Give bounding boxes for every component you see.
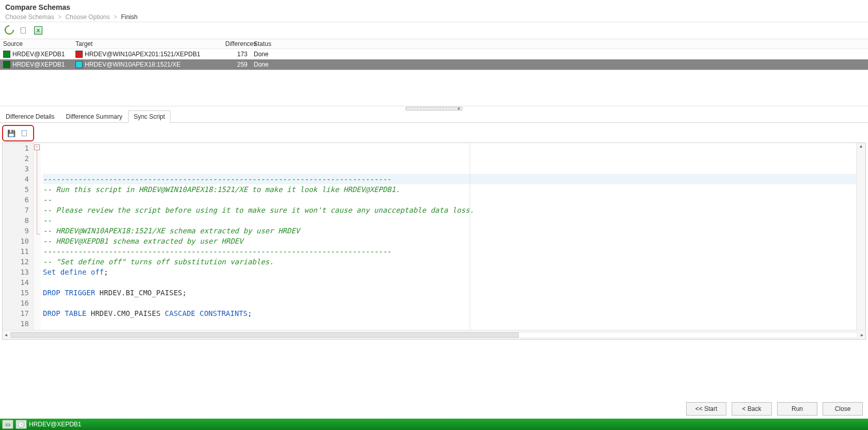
script-editor[interactable]: 123456789101112131415161718 − ----------… [2, 142, 866, 340]
comparison-table: Source Target Differences Status HRDEV@X… [0, 39, 868, 70]
code-line[interactable]: -- "Set define off" turns off substituti… [43, 257, 856, 267]
code-line[interactable] [43, 277, 856, 288]
target-label: HRDEV@WIN10APEX18:1521/XE [85, 61, 181, 68]
export-excel-button[interactable]: X [33, 25, 43, 36]
line-number: 10 [3, 236, 29, 246]
tab-sync-script[interactable]: Sync Script [128, 110, 171, 123]
start-button[interactable]: << Start [686, 402, 726, 416]
source-swatch [3, 51, 10, 58]
edit-icon [21, 129, 29, 137]
line-number: 6 [3, 195, 29, 205]
target-swatch [75, 61, 83, 68]
breadcrumb-step-3: Finish [121, 13, 137, 21]
code-line[interactable]: DROP TRIGGER HRDEV.BI_CMO_PAISES; [43, 288, 856, 298]
line-number: 7 [3, 205, 29, 215]
back-button[interactable]: < Back [732, 402, 772, 416]
col-header-status[interactable]: Status [251, 39, 868, 49]
main-toolbar: X [0, 22, 868, 39]
refresh-button[interactable] [4, 25, 14, 36]
col-header-source[interactable]: Source [0, 39, 72, 49]
code-line[interactable]: DROP TABLE HRDEV.CMO_PAISES CASCADE CONS… [43, 308, 856, 318]
fold-toggle[interactable]: − [34, 145, 40, 150]
code-line[interactable] [43, 298, 856, 308]
line-number: 13 [3, 267, 29, 277]
splitter-handle[interactable] [0, 106, 868, 110]
code-line[interactable]: -- [43, 195, 856, 205]
col-header-target[interactable]: Target [72, 39, 222, 49]
line-number: 8 [3, 215, 29, 226]
table-row[interactable]: HRDEV@XEPDB1HRDEV@WIN10APEX18:1521/XE259… [0, 59, 868, 70]
line-number: 1 [3, 143, 29, 153]
source-swatch [3, 61, 10, 68]
statusbar-connection: HRDEV@XEPDB1 [29, 421, 82, 428]
target-label: HRDEV@WIN10APEX201:1521/XEPDB1 [85, 51, 200, 58]
code-line[interactable]: -- HRDEV@WIN10APEX18:1521/XE schema extr… [43, 226, 856, 236]
line-number: 15 [3, 288, 29, 298]
status-bar: ▭ 🕓 HRDEV@XEPDB1 [0, 419, 868, 430]
line-number: 14 [3, 277, 29, 288]
code-line[interactable]: ----------------------------------------… [43, 246, 856, 257]
line-number: 16 [3, 298, 29, 308]
close-button[interactable]: Close [823, 402, 863, 416]
detail-tabs: Difference DetailsDifference SummarySync… [0, 110, 868, 123]
save-script-button[interactable]: 💾 [6, 128, 17, 138]
code-line[interactable]: -- Run this script in HRDEV@WIN10APEX18:… [43, 184, 856, 195]
edit-script-button[interactable] [20, 128, 30, 138]
statusbar-clock-icon[interactable]: 🕓 [16, 420, 27, 429]
source-label: HRDEV@XEPDB1 [12, 51, 65, 58]
edit-button[interactable] [19, 25, 29, 36]
tab-difference-details[interactable]: Difference Details [0, 110, 60, 122]
code-line[interactable]: -- [43, 215, 856, 226]
line-number: 9 [3, 226, 29, 236]
line-number: 3 [3, 164, 29, 174]
page-title: Compare Schemas [5, 3, 863, 11]
excel-icon: X [34, 26, 42, 35]
breadcrumb: Choose Schemas > Choose Options > Finish [5, 13, 863, 21]
line-number: 12 [3, 257, 29, 267]
line-number: 11 [3, 246, 29, 257]
horizontal-scrollbar[interactable]: ◂ ▸ [3, 330, 865, 339]
col-header-differences[interactable]: Differences [222, 39, 251, 49]
code-line[interactable] [43, 318, 856, 329]
vertical-scrollbar[interactable] [856, 143, 865, 330]
run-button[interactable]: Run [777, 402, 817, 416]
edit-icon [20, 26, 28, 35]
script-toolbar: 💾 [2, 125, 34, 141]
line-number: 2 [3, 153, 29, 164]
line-number: 17 [3, 308, 29, 318]
code-line[interactable]: -- Please review the script before using… [43, 205, 856, 215]
code-line[interactable]: DROP SEQUENCE HRDEV.CMO_PAISES_SEQ; [43, 329, 856, 330]
table-row[interactable]: HRDEV@XEPDB1HRDEV@WIN10APEX201:1521/XEPD… [0, 49, 868, 59]
save-icon: 💾 [7, 130, 16, 137]
refresh-icon [5, 25, 14, 36]
line-number: 5 [3, 184, 29, 195]
line-number: 4 [3, 174, 29, 184]
status-value: Done [251, 60, 868, 69]
code-line[interactable]: -- HRDEV@XEPDB1 schema extracted by user… [43, 236, 856, 246]
breadcrumb-step-2[interactable]: Choose Options [65, 13, 110, 21]
code-line[interactable]: ----------------------------------------… [43, 174, 856, 184]
code-line[interactable]: Set define off; [43, 267, 856, 277]
line-number: 18 [3, 318, 29, 329]
breadcrumb-step-1[interactable]: Choose Schemas [5, 13, 54, 21]
target-swatch [75, 51, 83, 58]
status-value: Done [251, 50, 868, 59]
source-label: HRDEV@XEPDB1 [12, 61, 65, 68]
differences-count: 259 [222, 60, 251, 69]
differences-count: 173 [222, 50, 251, 59]
statusbar-messages-icon[interactable]: ▭ [2, 420, 13, 429]
tab-difference-summary[interactable]: Difference Summary [60, 110, 128, 122]
